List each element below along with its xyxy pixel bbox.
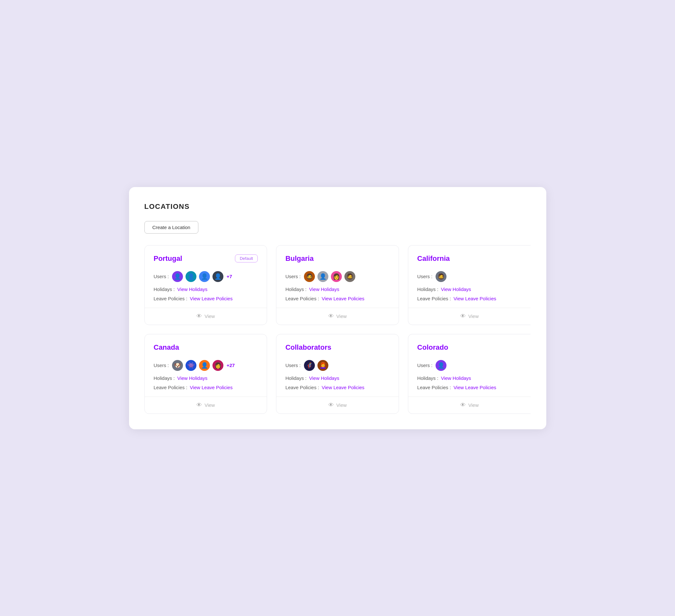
view-leave-portugal[interactable]: View Leave Policies xyxy=(190,296,233,301)
leave-row-canada: Leave Policies : View Leave Policies xyxy=(154,385,258,390)
users-row-bulgaria: Users : 🧔 👤 👩 🧔 xyxy=(285,270,390,283)
users-label-portugal: Users : xyxy=(154,274,169,279)
card-header-bulgaria: Bulgaria xyxy=(285,254,390,263)
card-header-portugal: Portugal Default xyxy=(154,254,258,263)
card-header-canada: Canada xyxy=(154,343,258,352)
holidays-row-portugal: Holidays : View Holidays xyxy=(154,286,258,292)
view-holidays-bulgaria[interactable]: View Holidays xyxy=(309,286,339,292)
view-leave-colorado[interactable]: View Leave Policies xyxy=(454,385,496,390)
view-footer-portugal[interactable]: 👁 View xyxy=(145,308,267,325)
holidays-row-collaborators: Holidays : View Holidays xyxy=(285,375,390,381)
leave-label-canada: Leave Policies : xyxy=(154,385,188,390)
view-leave-collaborators[interactable]: View Leave Policies xyxy=(322,385,364,390)
view-footer-bulgaria[interactable]: 👁 View xyxy=(276,308,399,325)
avatars-bulgaria: 🧔 👤 👩 🧔 xyxy=(303,270,356,283)
eye-icon-portugal: 👁 xyxy=(197,313,202,320)
locations-grid: Portugal Default Users : 👤 👤 👤 👤 +7 Holi… xyxy=(144,245,531,414)
view-holidays-portugal[interactable]: View Holidays xyxy=(177,286,207,292)
holidays-row-bulgaria: Holidays : View Holidays xyxy=(285,286,390,292)
card-info-collaborators: Users : 🦸 👩‍🦰 Holidays : View Holidays L… xyxy=(285,359,390,390)
users-label-canada: Users : xyxy=(154,363,169,368)
location-card-california: California Users : 🧔 Holidays : View Hol… xyxy=(408,245,531,325)
view-label-portugal: View xyxy=(205,314,215,319)
leave-label-colorado: Leave Policies : xyxy=(417,385,451,390)
view-holidays-california[interactable]: View Holidays xyxy=(441,286,471,292)
view-holidays-canada[interactable]: View Holidays xyxy=(177,375,207,381)
users-row-colorado: Users : 👤 xyxy=(417,359,522,371)
leave-label-portugal: Leave Policies : xyxy=(154,296,188,301)
view-leave-bulgaria[interactable]: View Leave Policies xyxy=(322,296,364,301)
leave-row-california: Leave Policies : View Leave Policies xyxy=(417,296,522,301)
users-label-california: Users : xyxy=(417,274,433,279)
view-footer-colorado[interactable]: 👁 View xyxy=(408,397,531,414)
avatars-portugal: 👤 👤 👤 👤 +7 xyxy=(171,270,232,283)
location-name-colorado: Colorado xyxy=(417,343,448,352)
avatar-4-bulgaria: 🧔 xyxy=(344,270,356,283)
card-info-canada: Users : 🐶 👾 👤 👩 +27 Holidays : View Holi… xyxy=(154,359,258,390)
view-holidays-collaborators[interactable]: View Holidays xyxy=(309,375,339,381)
leave-label-collaborators: Leave Policies : xyxy=(285,385,319,390)
avatar-2-collaborators: 👩‍🦰 xyxy=(317,359,329,371)
view-leave-canada[interactable]: View Leave Policies xyxy=(190,385,233,390)
users-label-collaborators: Users : xyxy=(285,363,301,368)
avatar-1-collaborators: 🦸 xyxy=(303,359,315,371)
view-label-collaborators: View xyxy=(336,402,347,408)
holidays-label-collaborators: Holidays : xyxy=(285,375,306,381)
page-title: LOCATIONS xyxy=(144,202,531,211)
holidays-row-canada: Holidays : View Holidays xyxy=(154,375,258,381)
holidays-row-colorado: Holidays : View Holidays xyxy=(417,375,522,381)
avatar-1-portugal: 👤 xyxy=(171,270,183,283)
location-name-collaborators: Collaborators xyxy=(285,343,331,352)
users-label-colorado: Users : xyxy=(417,363,433,368)
leave-row-collaborators: Leave Policies : View Leave Policies xyxy=(285,385,390,390)
leave-label-california: Leave Policies : xyxy=(417,296,451,301)
avatar-2-portugal: 👤 xyxy=(185,270,197,283)
eye-icon-canada: 👁 xyxy=(197,402,202,409)
card-info-portugal: Users : 👤 👤 👤 👤 +7 Holidays : View Holid… xyxy=(154,270,258,301)
eye-icon-colorado: 👁 xyxy=(460,402,466,409)
avatars-colorado: 👤 xyxy=(435,359,447,371)
view-leave-california[interactable]: View Leave Policies xyxy=(454,296,496,301)
view-holidays-colorado[interactable]: View Holidays xyxy=(441,375,471,381)
location-name-portugal: Portugal xyxy=(154,254,182,263)
card-header-california: California xyxy=(417,254,522,263)
leave-row-colorado: Leave Policies : View Leave Policies xyxy=(417,385,522,390)
location-card-collaborators: Collaborators Users : 🦸 👩‍🦰 Holidays : V… xyxy=(276,334,399,414)
avatar-1-colorado: 👤 xyxy=(435,359,447,371)
card-info-bulgaria: Users : 🧔 👤 👩 🧔 Holidays : View Holidays… xyxy=(285,270,390,301)
card-info-colorado: Users : 👤 Holidays : View Holidays Leave… xyxy=(417,359,522,390)
leave-label-bulgaria: Leave Policies : xyxy=(285,296,319,301)
location-card-bulgaria: Bulgaria Users : 🧔 👤 👩 🧔 Holidays : View… xyxy=(276,245,399,325)
default-badge-portugal: Default xyxy=(235,254,258,262)
users-row-california: Users : 🧔 xyxy=(417,270,522,283)
holidays-label-california: Holidays : xyxy=(417,286,438,292)
users-label-bulgaria: Users : xyxy=(285,274,301,279)
avatar-count-portugal: +7 xyxy=(227,274,232,279)
location-card-colorado: Colorado Users : 👤 Holidays : View Holid… xyxy=(408,334,531,414)
holidays-label-bulgaria: Holidays : xyxy=(285,286,306,292)
holidays-label-canada: Holidays : xyxy=(154,375,175,381)
avatar-4-portugal: 👤 xyxy=(212,270,224,283)
users-row-canada: Users : 🐶 👾 👤 👩 +27 xyxy=(154,359,258,371)
holidays-label-portugal: Holidays : xyxy=(154,286,175,292)
location-name-california: California xyxy=(417,254,450,263)
avatar-3-canada: 👤 xyxy=(198,359,211,371)
avatars-collaborators: 🦸 👩‍🦰 xyxy=(303,359,329,371)
avatar-1-bulgaria: 🧔 xyxy=(303,270,315,283)
view-footer-collaborators[interactable]: 👁 View xyxy=(276,397,399,414)
view-label-colorado: View xyxy=(468,402,478,408)
location-card-portugal: Portugal Default Users : 👤 👤 👤 👤 +7 Holi… xyxy=(144,245,268,325)
avatar-3-portugal: 👤 xyxy=(198,270,211,283)
location-card-canada: Canada Users : 🐶 👾 👤 👩 +27 Holidays : Vi… xyxy=(144,334,268,414)
users-row-portugal: Users : 👤 👤 👤 👤 +7 xyxy=(154,270,258,283)
eye-icon-california: 👁 xyxy=(460,313,466,320)
holidays-label-colorado: Holidays : xyxy=(417,375,438,381)
view-footer-canada[interactable]: 👁 View xyxy=(145,397,267,414)
avatar-3-bulgaria: 👩 xyxy=(330,270,343,283)
view-label-canada: View xyxy=(205,402,215,408)
users-row-collaborators: Users : 🦸 👩‍🦰 xyxy=(285,359,390,371)
leave-row-portugal: Leave Policies : View Leave Policies xyxy=(154,296,258,301)
view-label-california: View xyxy=(468,314,478,319)
create-location-button[interactable]: Create a Location xyxy=(144,221,198,234)
view-footer-california[interactable]: 👁 View xyxy=(408,308,531,325)
